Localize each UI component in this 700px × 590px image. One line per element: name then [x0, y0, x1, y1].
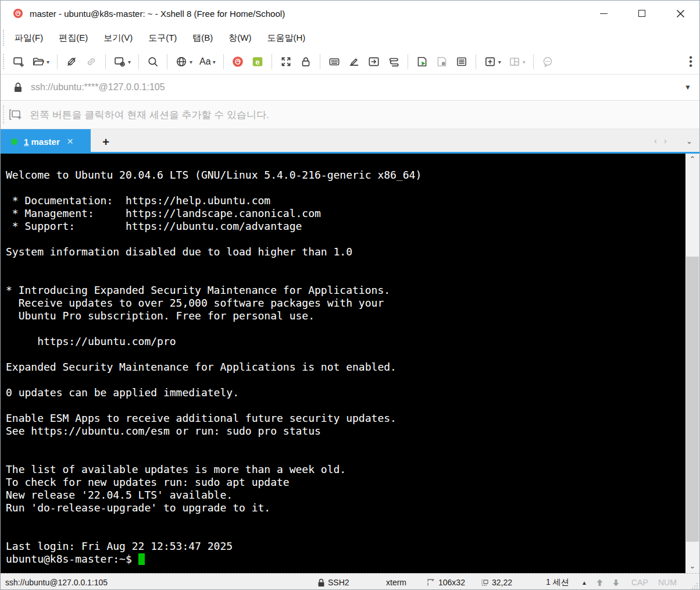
- minimize-icon: [600, 13, 608, 14]
- maximize-button[interactable]: [623, 1, 661, 26]
- send-input-button[interactable]: [365, 53, 383, 70]
- reconnect-icon: [85, 55, 98, 68]
- encoding-globe-icon: [175, 55, 188, 68]
- compose-pen-icon: [348, 55, 360, 68]
- script-scroll-icon: [387, 55, 400, 68]
- address-url[interactable]: ssh://ubuntu:****@127.0.0.1:105: [31, 82, 165, 93]
- menu-view[interactable]: 보기(V): [103, 33, 133, 44]
- open-folder-icon: [32, 55, 45, 68]
- protocol-lock-icon: [317, 578, 325, 587]
- run-script-button[interactable]: [413, 53, 431, 70]
- tab-label: 1 master: [24, 137, 60, 147]
- lock-icon: [299, 55, 312, 68]
- scroll-down-icon[interactable]: ⌄: [685, 561, 699, 572]
- new-window-button[interactable]: ▾: [481, 53, 503, 70]
- open-session-caret-icon[interactable]: ▾: [47, 59, 49, 65]
- split-layout-icon: [508, 55, 521, 68]
- launch-xshell-button[interactable]: [229, 53, 247, 70]
- connected-status-dot: [11, 138, 17, 145]
- menu-bar: 파일(F) 편집(E) 보기(V) 도구(T) 탭(B) 창(W) 도움말(H): [1, 26, 699, 49]
- status-terminal-size: 106x32: [427, 574, 465, 590]
- terminal-area[interactable]: Welcome to Ubuntu 20.04.6 LTS (GNU/Linux…: [1, 154, 687, 573]
- status-session-url: ssh://ubuntu@127.0.0.1:105: [5, 574, 108, 590]
- terminal-size-icon: [427, 578, 435, 587]
- svg-text:e: e: [255, 58, 259, 66]
- xftp-icon: e: [251, 55, 264, 68]
- font-button[interactable]: Aa▾: [197, 53, 218, 70]
- toolbar-separator: [223, 54, 224, 69]
- lock-screen-button[interactable]: [297, 53, 315, 70]
- close-icon: [676, 9, 685, 18]
- session-properties-caret-icon[interactable]: ▾: [128, 59, 131, 65]
- scroll-up-icon[interactable]: ⌃: [685, 155, 699, 165]
- log-document-icon: [455, 55, 468, 68]
- toolbar-overflow-icon[interactable]: •••: [687, 55, 695, 67]
- status-session-count[interactable]: 1 세션: [546, 574, 569, 590]
- log-button[interactable]: [453, 53, 470, 70]
- terminal-cursor: [138, 553, 145, 565]
- toolbar-separator: [105, 54, 106, 69]
- new-session-icon: [12, 55, 25, 68]
- font-caret-icon[interactable]: ▾: [213, 59, 216, 65]
- scroll-bottom-arrow-icon[interactable]: [612, 574, 620, 590]
- encoding-caret-icon[interactable]: ▾: [190, 59, 192, 65]
- tab-scroll-arrows[interactable]: ‹›: [654, 136, 674, 145]
- address-bar[interactable]: ssh://ubuntu:****@127.0.0.1:105 ▼: [1, 74, 699, 101]
- toolbar-separator: [57, 54, 58, 69]
- info-bar: 왼쪽 버튼을 클릭하여 현재 세션을 추가할 수 있습니다.: [1, 101, 699, 129]
- tab-bar: 1 master ✕ + ‹› ⌄: [1, 129, 699, 154]
- status-cursor-position: 32,22: [481, 574, 512, 590]
- launch-xftp-button[interactable]: e: [249, 53, 266, 70]
- new-tab-button[interactable]: +: [98, 134, 113, 150]
- new-session-button[interactable]: [10, 53, 27, 70]
- find-button[interactable]: [144, 53, 162, 70]
- terminal-text: Welcome to Ubuntu 20.04.6 LTS (GNU/Linux…: [6, 169, 422, 565]
- menu-tab[interactable]: 탭(B): [192, 33, 213, 44]
- compose-pane-button[interactable]: [345, 53, 363, 70]
- status-terminal-type: xterm: [386, 574, 406, 590]
- window-title: master - ubuntu@k8s-master: ~ - Xshell 8…: [30, 9, 285, 19]
- xshell-logo-icon: [12, 8, 24, 19]
- new-window-caret-icon[interactable]: ▾: [498, 59, 501, 65]
- toolbar-separator: [272, 54, 272, 69]
- tab-close-icon[interactable]: ✕: [67, 137, 74, 146]
- tab-master[interactable]: 1 master ✕: [1, 129, 91, 154]
- vertical-scrollbar[interactable]: ⌃ ⌄: [685, 154, 699, 573]
- reconnect-button[interactable]: [83, 53, 100, 70]
- fullscreen-button[interactable]: [277, 53, 295, 70]
- script-button[interactable]: [385, 53, 402, 70]
- xshell-icon: [231, 55, 244, 68]
- session-properties-button[interactable]: ▾: [111, 53, 133, 70]
- resize-grip[interactable]: [691, 582, 698, 589]
- maximize-icon: [638, 10, 645, 17]
- add-session-hint-icon: [9, 108, 23, 121]
- open-session-button[interactable]: ▾: [30, 53, 52, 70]
- menu-file[interactable]: 파일(F): [15, 33, 43, 44]
- scrollbar-thumb[interactable]: [686, 257, 699, 542]
- chat-button[interactable]: [539, 53, 556, 70]
- search-icon: [147, 55, 159, 68]
- split-layout-button[interactable]: ▾: [506, 53, 528, 70]
- session-count-dropdown-icon[interactable]: ▲: [581, 574, 587, 590]
- status-bar: ssh://ubuntu@127.0.0.1:105 SSH2 xterm 10…: [1, 573, 699, 590]
- close-button[interactable]: [661, 1, 699, 26]
- menu-help[interactable]: 도움말(H): [267, 33, 305, 44]
- stop-script-button[interactable]: [433, 53, 451, 70]
- encoding-button[interactable]: ▾: [173, 53, 195, 70]
- status-caps-lock: CAP: [631, 574, 648, 590]
- minimize-button[interactable]: [584, 1, 623, 26]
- split-layout-caret-icon[interactable]: ▾: [523, 59, 526, 65]
- tab-list-dropdown-icon[interactable]: ⌄: [686, 137, 692, 145]
- disconnect-button[interactable]: [63, 53, 80, 70]
- toolbar-separator: [167, 54, 167, 69]
- terminal-output: Welcome to Ubuntu 20.04.6 LTS (GNU/Linux…: [1, 154, 687, 566]
- menu-edit[interactable]: 편집(E): [59, 33, 88, 44]
- disconnect-icon: [65, 55, 78, 68]
- menu-window[interactable]: 창(W): [228, 33, 251, 44]
- run-script-icon: [416, 55, 428, 68]
- address-dropdown-icon[interactable]: ▼: [684, 83, 691, 91]
- scroll-top-arrow-icon[interactable]: [595, 574, 604, 590]
- virtual-keyboard-button[interactable]: [326, 53, 343, 70]
- menu-tools[interactable]: 도구(T): [148, 33, 177, 44]
- toolbar-separator: [320, 54, 320, 69]
